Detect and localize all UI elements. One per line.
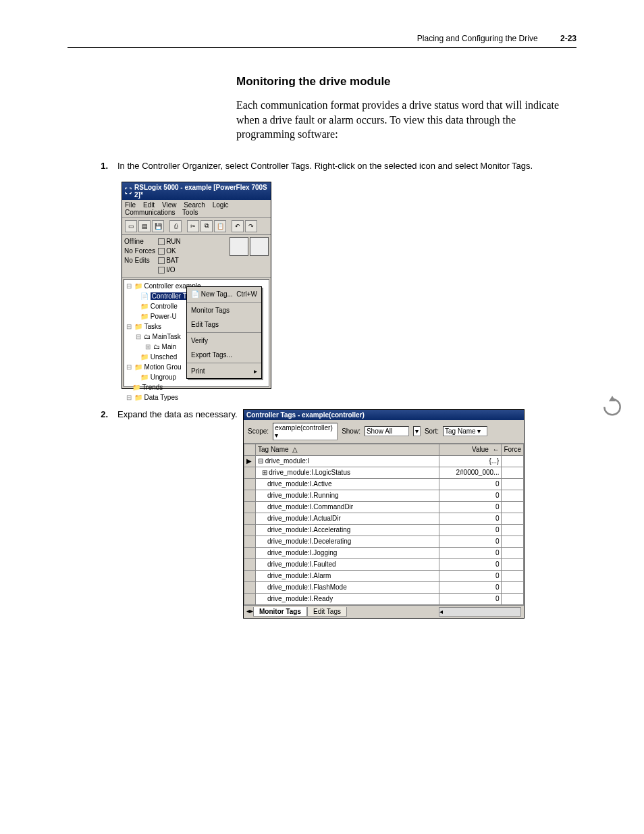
tag-name-cell[interactable]: drive_module:I.Faulted xyxy=(256,558,439,570)
tab-monitor-tags[interactable]: Monitor Tags xyxy=(253,607,307,617)
table-row[interactable]: drive_module:I.Active0 xyxy=(244,478,524,490)
horizontal-scrollbar[interactable]: ◂ xyxy=(439,607,521,617)
save-icon[interactable]: 💾 xyxy=(152,220,164,232)
new-icon[interactable]: ▭ xyxy=(125,220,137,232)
step2-text: Expand the data as necessary. xyxy=(117,409,243,419)
force-cell[interactable] xyxy=(502,501,524,513)
force-cell[interactable] xyxy=(502,490,524,501)
tree-motion[interactable]: Motion Grou xyxy=(144,363,182,371)
loop-arrow-icon xyxy=(601,396,624,423)
tag-name-cell[interactable]: drive_module:I.FlashMode xyxy=(256,581,439,593)
force-cell[interactable] xyxy=(502,513,524,524)
tree-unsched[interactable]: Unsched xyxy=(151,353,177,361)
tag-name-cell[interactable]: drive_module:I.Active xyxy=(256,478,439,490)
tree-datatypes[interactable]: Data Types xyxy=(144,394,178,401)
tree-controlle-folder[interactable]: Controlle xyxy=(151,303,178,310)
tag-value-cell[interactable]: 0 xyxy=(439,547,502,558)
table-row[interactable]: ⊞ drive_module:I.LogicStatus2#0000_000..… xyxy=(244,467,524,478)
tag-value-cell[interactable]: 0 xyxy=(439,536,502,547)
copy-icon[interactable]: ⧉ xyxy=(200,220,213,232)
table-row[interactable]: drive_module:I.Decelerating0 xyxy=(244,536,524,547)
table-row[interactable]: drive_module:I.Jogging0 xyxy=(244,547,524,558)
tag-name-cell[interactable]: drive_module:I.ActualDir xyxy=(256,513,439,524)
show-input[interactable]: Show All xyxy=(365,426,409,436)
tag-value-cell[interactable]: 2#0000_000... xyxy=(439,467,502,478)
ctx-edit-tags[interactable]: Edit Tags xyxy=(187,317,261,332)
force-cell[interactable] xyxy=(502,570,524,581)
col-value[interactable]: Value ← xyxy=(439,444,502,455)
force-cell[interactable] xyxy=(502,593,524,604)
sort-select[interactable]: Tag Name ▾ xyxy=(443,426,487,436)
table-row[interactable]: drive_module:I.Accelerating0 xyxy=(244,524,524,536)
cut-icon[interactable]: ✂ xyxy=(187,220,199,232)
tree-tasks[interactable]: Tasks xyxy=(144,323,161,330)
menu-view[interactable]: View xyxy=(162,201,177,209)
tag-value-cell[interactable]: 0 xyxy=(439,501,502,513)
tag-value-cell[interactable]: 0 xyxy=(439,581,502,593)
force-cell[interactable] xyxy=(502,455,524,467)
tag-name-cell[interactable]: drive_module:I.Ready xyxy=(256,593,439,604)
force-cell[interactable] xyxy=(502,536,524,547)
ctx-export-tags[interactable]: Export Tags... xyxy=(187,348,261,362)
tag-value-cell[interactable]: 0 xyxy=(439,478,502,490)
table-row[interactable]: drive_module:I.Alarm0 xyxy=(244,570,524,581)
menu-file[interactable]: File xyxy=(125,201,136,209)
force-cell[interactable] xyxy=(502,467,524,478)
keyswitch-icon xyxy=(230,237,248,256)
menu-tools[interactable]: Tools xyxy=(182,209,198,216)
tag-name-cell[interactable]: drive_module:I.Alarm xyxy=(256,570,439,581)
table-row[interactable]: drive_module:I.CommandDir0 xyxy=(244,501,524,513)
menu-communications[interactable]: Communications xyxy=(125,209,175,216)
tab-edit-tags[interactable]: Edit Tags xyxy=(307,607,347,617)
scope-select[interactable]: example(controller) ▾ xyxy=(273,423,338,440)
force-cell[interactable] xyxy=(502,524,524,536)
ctx-verify[interactable]: Verify xyxy=(187,334,261,348)
tag-value-cell[interactable]: 0 xyxy=(439,558,502,570)
table-row[interactable]: ▶⊟ drive_module:I{...} xyxy=(244,455,524,467)
force-cell[interactable] xyxy=(502,581,524,593)
tag-name-cell[interactable]: drive_module:I.Decelerating xyxy=(256,536,439,547)
tag-value-cell[interactable]: 0 xyxy=(439,593,502,604)
config-icon[interactable] xyxy=(250,237,269,256)
tag-value-cell[interactable]: 0 xyxy=(439,490,502,501)
menu-search[interactable]: Search xyxy=(184,201,205,209)
tag-name-cell[interactable]: drive_module:I.Running xyxy=(256,490,439,501)
table-row[interactable]: drive_module:I.Running0 xyxy=(244,490,524,501)
controller-organizer-tree[interactable]: ⊟ 📁 Controller example 📄 Controller Tags… xyxy=(124,279,269,387)
tag-value-cell[interactable]: 0 xyxy=(439,524,502,536)
table-row[interactable]: drive_module:I.Ready0 xyxy=(244,593,524,604)
tag-table: Tag Name △ Value ← Force ▶⊟ drive_module… xyxy=(244,444,524,605)
force-cell[interactable] xyxy=(502,547,524,558)
open-icon[interactable]: ▤ xyxy=(138,220,151,232)
ctx-monitor-tags[interactable]: Monitor Tags xyxy=(187,303,261,317)
tag-value-cell[interactable]: {...} xyxy=(439,455,502,467)
menu-edit[interactable]: Edit xyxy=(143,201,155,209)
undo-icon[interactable]: ↶ xyxy=(232,220,244,232)
redo-icon[interactable]: ↷ xyxy=(245,220,257,232)
force-cell[interactable] xyxy=(502,558,524,570)
tree-trends[interactable]: Trends xyxy=(142,384,163,391)
col-force[interactable]: Force xyxy=(502,444,524,455)
show-dropdown[interactable]: ▾ xyxy=(413,426,421,436)
ctx-new-tag[interactable]: 📄 New Tag...Ctrl+W xyxy=(187,287,261,301)
table-row[interactable]: drive_module:I.Faulted0 xyxy=(244,558,524,570)
print-icon[interactable]: ⎙ xyxy=(169,220,182,232)
tree-maintask[interactable]: MainTask xyxy=(153,333,181,340)
table-row[interactable]: drive_module:I.ActualDir0 xyxy=(244,513,524,524)
tag-name-cell[interactable]: drive_module:I.Accelerating xyxy=(256,524,439,536)
table-row[interactable]: drive_module:I.FlashMode0 xyxy=(244,581,524,593)
force-cell[interactable] xyxy=(502,478,524,490)
tag-value-cell[interactable]: 0 xyxy=(439,570,502,581)
col-tagname[interactable]: Tag Name △ xyxy=(256,444,439,455)
tag-name-cell[interactable]: drive_module:I.CommandDir xyxy=(256,501,439,513)
tag-value-cell[interactable]: 0 xyxy=(439,513,502,524)
paste-icon[interactable]: 📋 xyxy=(214,220,226,232)
tree-ungroup[interactable]: Ungroup xyxy=(151,373,176,381)
tree-main[interactable]: Main xyxy=(162,343,177,350)
tree-poweru-folder[interactable]: Power-U xyxy=(151,313,177,320)
tag-name-cell[interactable]: ⊞ drive_module:I.LogicStatus xyxy=(256,467,439,478)
ctx-print[interactable]: Print▸ xyxy=(187,364,261,378)
tag-name-cell[interactable]: ⊟ drive_module:I xyxy=(256,455,439,467)
menu-logic[interactable]: Logic xyxy=(213,201,229,209)
tag-name-cell[interactable]: drive_module:I.Jogging xyxy=(256,547,439,558)
